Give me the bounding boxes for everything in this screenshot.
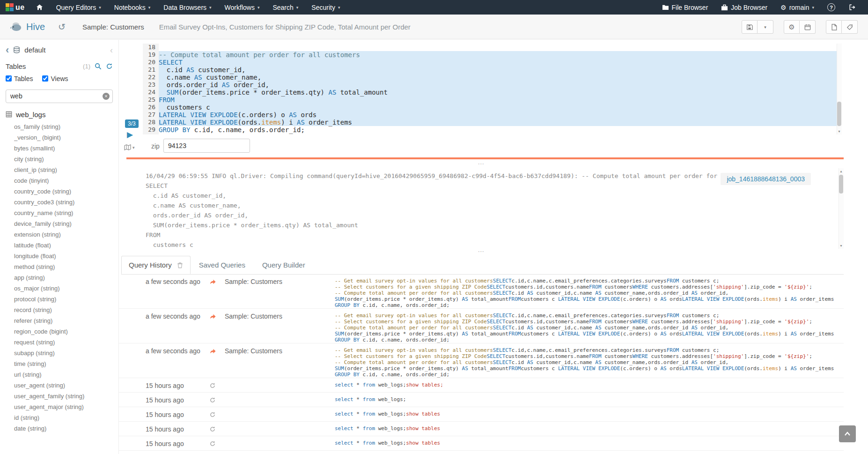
- tab-query-builder[interactable]: Query Builder: [254, 256, 314, 274]
- document-title[interactable]: Sample: Customers: [82, 23, 144, 31]
- variable-zip-input[interactable]: [163, 139, 250, 153]
- column-item[interactable]: region_code (bigint): [14, 326, 118, 337]
- column-item[interactable]: user_agent (string): [14, 380, 118, 391]
- column-item[interactable]: request (string): [14, 337, 118, 348]
- collapse-panel-icon[interactable]: ‹: [110, 47, 113, 53]
- column-item[interactable]: user_agent_family (string): [14, 391, 118, 402]
- column-item[interactable]: os_major (string): [14, 283, 118, 294]
- help-button[interactable]: ?: [821, 0, 842, 15]
- hue-logo[interactable]: ue: [6, 3, 25, 12]
- history-row[interactable]: a few seconds agoSample: Customers-- Get…: [119, 274, 844, 309]
- settings-button[interactable]: ⚙: [784, 20, 800, 34]
- history-row[interactable]: a few seconds agoSample: Customers-- Get…: [119, 309, 844, 343]
- job-browser-link[interactable]: Job Browser: [714, 0, 774, 15]
- code-line[interactable]: -- Compute total amount per order for al…: [159, 51, 842, 59]
- column-item[interactable]: country_code (string): [14, 186, 118, 197]
- user-menu[interactable]: ⚙ romain ▾: [774, 0, 821, 15]
- column-item[interactable]: os_family (string): [14, 121, 118, 132]
- scrollbar-thumb[interactable]: [839, 175, 843, 194]
- document-subtitle[interactable]: Email Survey Opt-Ins, Customers for Ship…: [159, 23, 411, 31]
- scrollbar-thumb[interactable]: [837, 102, 841, 126]
- editor-scrollbar[interactable]: ▾: [837, 44, 842, 134]
- refresh-tables-button[interactable]: [106, 63, 113, 70]
- code-line[interactable]: LATERAL VIEW EXPLODE(ords.items) i AS or…: [159, 119, 842, 126]
- column-item[interactable]: latitude (float): [14, 240, 118, 251]
- column-item[interactable]: url (string): [14, 369, 118, 380]
- column-item[interactable]: record (string): [14, 305, 118, 315]
- code-line[interactable]: ords.order_id AS order_id,: [159, 81, 842, 89]
- column-item[interactable]: app (string): [14, 272, 118, 283]
- snippet-type-button[interactable]: ▾: [124, 144, 135, 150]
- query-history-toggle[interactable]: ↺: [58, 22, 66, 31]
- menu-query-editors[interactable]: Query Editors▾: [50, 0, 108, 15]
- column-item[interactable]: protocol (string): [14, 294, 118, 305]
- code-editor[interactable]: 181920212223242526272829 -- Compute tota…: [143, 44, 842, 134]
- execute-button[interactable]: ▶: [127, 131, 133, 139]
- code-line[interactable]: [159, 44, 842, 51]
- scrollbar-down-icon[interactable]: ▾: [839, 244, 843, 248]
- table-item-web-logs[interactable]: web_logs: [0, 105, 118, 120]
- menu-search[interactable]: Search▾: [266, 0, 305, 15]
- resize-handle[interactable]: ⋯: [119, 161, 844, 167]
- column-item[interactable]: subapp (string): [14, 348, 118, 358]
- job-link[interactable]: job_1461888648136_0003: [727, 175, 805, 183]
- column-item[interactable]: user_agent_major (string): [14, 402, 118, 412]
- column-item[interactable]: city (string): [14, 154, 118, 164]
- column-item[interactable]: time (string): [14, 358, 118, 369]
- tables-checkbox-input[interactable]: [6, 75, 12, 82]
- scrollbar-down-icon[interactable]: ▾: [837, 129, 841, 134]
- column-item[interactable]: bytes (smallint): [14, 143, 118, 154]
- code-line[interactable]: FROM: [159, 96, 842, 104]
- history-row[interactable]: 15 hours agoselect * from web_logs;show …: [119, 378, 844, 393]
- save-dropdown-button[interactable]: ▾: [758, 20, 773, 34]
- scrollbar-up-icon[interactable]: ▴: [839, 169, 843, 173]
- history-row[interactable]: 15 hours agoselect * from web_logs;: [119, 393, 844, 407]
- editor-code-area[interactable]: -- Compute total amount per order for al…: [159, 44, 842, 134]
- code-line[interactable]: LATERAL VIEW EXPLODE(c.orders) o AS ords: [159, 111, 842, 119]
- log-scrollbar[interactable]: ▴ ▾: [839, 168, 844, 249]
- history-row[interactable]: a few seconds agoSample: Customers-- Get…: [119, 343, 844, 378]
- scroll-to-top-button[interactable]: [839, 425, 856, 442]
- menu-security[interactable]: Security▾: [305, 0, 346, 15]
- column-item[interactable]: code (tinyint): [14, 175, 118, 186]
- database-name[interactable]: default: [24, 46, 45, 54]
- column-item[interactable]: longitude (float): [14, 251, 118, 261]
- views-checkbox-input[interactable]: [42, 75, 48, 82]
- table-search-button[interactable]: [95, 63, 102, 70]
- resize-handle[interactable]: ⋯: [119, 249, 844, 254]
- menu-workflows[interactable]: Workflows▾: [218, 0, 266, 15]
- history-row[interactable]: 15 hours agoselect * from web_logs;show …: [119, 407, 844, 422]
- column-item[interactable]: _version_ (bigint): [14, 132, 118, 143]
- history-row[interactable]: 15 hours agoselect * from web_logs;show …: [119, 422, 844, 436]
- save-button[interactable]: [742, 20, 758, 34]
- column-item[interactable]: device_family (string): [14, 218, 118, 229]
- clear-search-button[interactable]: ×: [103, 93, 110, 100]
- code-line[interactable]: GROUP BY c.id, c.name, ords.order_id;: [159, 126, 842, 134]
- home-button[interactable]: [29, 0, 50, 15]
- column-item[interactable]: country_name (string): [14, 208, 118, 218]
- filter-views-checkbox[interactable]: Views: [42, 75, 68, 82]
- logout-button[interactable]: [842, 0, 862, 15]
- column-item[interactable]: country_code3 (string): [14, 197, 118, 208]
- column-item[interactable]: date (string): [14, 423, 118, 434]
- code-line[interactable]: c.id AS customer_id,: [159, 66, 842, 74]
- column-item[interactable]: client_ip (string): [14, 164, 118, 175]
- table-filter-input[interactable]: [6, 89, 113, 103]
- code-line[interactable]: SUM(order_items.price * order_items.qty)…: [159, 89, 842, 96]
- column-item[interactable]: referer (string): [14, 315, 118, 326]
- clear-history-icon[interactable]: [177, 262, 183, 268]
- history-row[interactable]: 15 hours agoselect * from web_logs;show …: [119, 436, 844, 451]
- tab-saved-queries[interactable]: Saved Queries: [191, 256, 254, 274]
- column-item[interactable]: method (string): [14, 261, 118, 272]
- file-browser-link[interactable]: File Browser: [655, 0, 715, 15]
- back-chevron-icon[interactable]: ‹: [6, 46, 9, 54]
- column-item[interactable]: extension (string): [14, 229, 118, 240]
- new-document-button[interactable]: [826, 20, 842, 34]
- hive-app-brand[interactable]: Hive: [10, 22, 45, 32]
- schedule-button[interactable]: [800, 20, 816, 34]
- filter-tables-checkbox[interactable]: Tables: [6, 75, 33, 82]
- menu-data-browsers[interactable]: Data Browsers▾: [157, 0, 218, 15]
- code-line[interactable]: c.name AS customer_name,: [159, 74, 842, 81]
- code-line[interactable]: SELECT: [159, 59, 842, 66]
- tags-button[interactable]: [842, 20, 858, 34]
